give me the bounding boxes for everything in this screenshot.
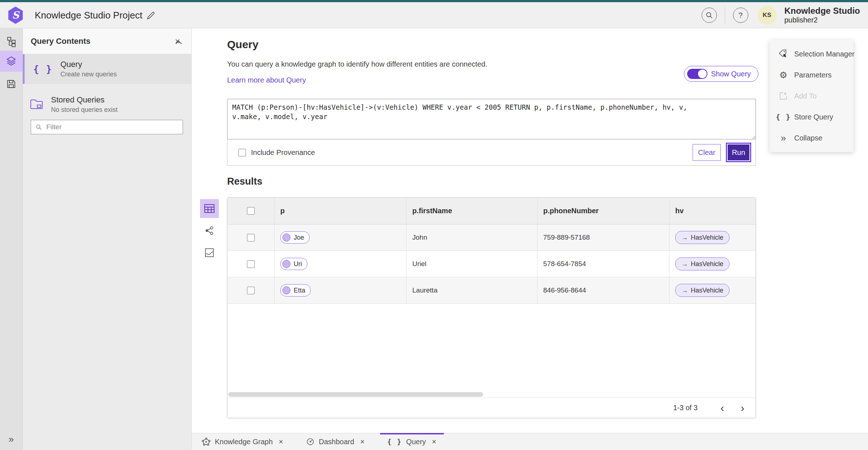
menu-item-label: Collapse bbox=[794, 134, 822, 142]
next-page-button[interactable]: › bbox=[735, 401, 750, 415]
user-avatar[interactable]: KS bbox=[758, 6, 776, 25]
edge-chip-label: HasVehicle bbox=[691, 234, 723, 241]
node-icon bbox=[282, 260, 290, 268]
show-query-toggle[interactable]: Show Query bbox=[684, 66, 758, 82]
stored-queries-section[interactable]: Stored Queries No stored queries exist bbox=[23, 90, 191, 119]
tab-query-active[interactable]: { } Query ✕ bbox=[380, 433, 444, 450]
svg-text:S: S bbox=[12, 9, 20, 21]
table-icon bbox=[204, 204, 215, 213]
search-button[interactable] bbox=[702, 8, 717, 23]
column-header-hv[interactable]: hv bbox=[669, 198, 756, 224]
previous-page-button[interactable]: ‹ bbox=[714, 401, 730, 415]
query-list-item[interactable]: { } Query Create new queries bbox=[23, 54, 191, 84]
graph-icon bbox=[204, 226, 214, 236]
table-empty-area bbox=[227, 304, 756, 392]
node-icon bbox=[282, 234, 290, 241]
edge-chip[interactable]: → HasVehicle bbox=[675, 231, 729, 244]
include-provenance-checkbox[interactable] bbox=[238, 149, 246, 156]
filter-box bbox=[31, 120, 183, 134]
row-checkbox[interactable] bbox=[247, 234, 255, 241]
table-row: Joe John 759-889-57168 → HasVehicle bbox=[227, 224, 756, 251]
select-all-checkbox[interactable] bbox=[247, 207, 255, 215]
run-button[interactable]: Run bbox=[726, 143, 751, 162]
arrow-right-icon: → bbox=[681, 287, 688, 294]
account-role: publisher2 bbox=[784, 16, 860, 24]
entity-chip[interactable]: Etta bbox=[280, 284, 311, 297]
learn-more-link[interactable]: Learn more about Query bbox=[227, 76, 306, 84]
panel-header: Query Contents ✕ bbox=[23, 28, 191, 54]
cell-firstname: Lauretta bbox=[407, 277, 537, 303]
save-button[interactable] bbox=[0, 73, 22, 94]
tab-dashboard[interactable]: Dashboard ✕ bbox=[299, 433, 372, 450]
menu-item-selection-manager[interactable]: Selection Manager bbox=[770, 43, 854, 64]
clear-button[interactable]: Clear bbox=[693, 144, 721, 161]
knowledge-studio-app: S Knowledge Studio Project ? KS Knowledg… bbox=[0, 0, 868, 450]
left-icon-rail: » bbox=[0, 28, 23, 450]
include-provenance-label: Include Provenance bbox=[251, 148, 315, 157]
layers-button-active[interactable] bbox=[0, 51, 22, 72]
dashboard-gauge-icon bbox=[306, 437, 315, 446]
cell-phonenumber: 759-889-57168 bbox=[537, 224, 669, 251]
column-header-phonenumber[interactable]: p.phoneNumber bbox=[537, 198, 669, 224]
close-tab-icon[interactable]: ✕ bbox=[360, 438, 365, 445]
panel-title: Query Contents bbox=[31, 37, 90, 46]
query-description: You can query a knowledge graph to ident… bbox=[227, 60, 487, 68]
close-tab-icon[interactable]: ✕ bbox=[278, 438, 283, 445]
floppy-disk-icon bbox=[6, 79, 16, 89]
query-item-label: Query bbox=[60, 60, 117, 69]
entity-chip[interactable]: Uri bbox=[280, 258, 307, 270]
double-chevron-icon: » bbox=[778, 133, 789, 143]
menu-item-label: Store Query bbox=[794, 113, 833, 121]
entity-chip-label: Joe bbox=[294, 234, 304, 241]
header-right-group: ? KS Knowledge Studio publisher2 bbox=[702, 2, 860, 28]
row-checkbox[interactable] bbox=[247, 260, 255, 268]
edge-chip-label: HasVehicle bbox=[691, 260, 723, 268]
menu-item-store-query[interactable]: { } Store Query bbox=[770, 106, 854, 127]
filter-input[interactable] bbox=[46, 123, 183, 131]
node-icon bbox=[282, 286, 290, 294]
graph-view-button[interactable] bbox=[200, 221, 219, 240]
tab-knowledge-graph[interactable]: Knowledge Graph ✕ bbox=[195, 433, 291, 450]
edge-chip[interactable]: → HasVehicle bbox=[675, 284, 729, 297]
query-editor[interactable]: MATCH (p:Person)-[hv:HasVehicle]->(v:Veh… bbox=[227, 99, 756, 139]
stored-queries-text: Stored Queries No stored queries exist bbox=[51, 95, 118, 114]
query-item-description: Create new queries bbox=[60, 71, 117, 78]
document-tab-bar: Knowledge Graph ✕ Dashboard ✕ { } bbox=[192, 433, 868, 450]
project-title: Knowledge Studio Project bbox=[35, 2, 142, 28]
map-view-button[interactable] bbox=[200, 243, 219, 262]
account-info: Knowledge Studio publisher2 bbox=[784, 6, 860, 24]
braces-icon: { } bbox=[33, 64, 52, 75]
account-name: Knowledge Studio bbox=[784, 6, 860, 16]
collapse-stored-queries-button[interactable] bbox=[175, 40, 183, 45]
table-row: Etta Lauretta 846-956-8644 → HasVehicle bbox=[227, 277, 756, 304]
column-header-firstname[interactable]: p.firstName bbox=[407, 198, 537, 224]
arrow-right-icon: → bbox=[681, 234, 688, 241]
row-checkbox[interactable] bbox=[247, 287, 255, 294]
add-to-icon bbox=[778, 91, 789, 101]
menu-item-label: Parameters bbox=[794, 71, 831, 79]
close-tab-icon[interactable]: ✕ bbox=[432, 438, 437, 445]
scrollbar-thumb[interactable] bbox=[228, 392, 483, 397]
column-header-p[interactable]: p bbox=[275, 198, 407, 224]
entity-chip-label: Uri bbox=[294, 260, 302, 268]
schema-tree-button[interactable] bbox=[0, 31, 22, 52]
edge-chip[interactable]: → HasVehicle bbox=[675, 257, 729, 270]
query-editor-box: MATCH (p:Person)-[hv:HasVehicle]->(v:Veh… bbox=[227, 99, 756, 139]
expand-rail-button[interactable]: » bbox=[0, 430, 22, 448]
main-content: Query You can query a knowledge graph to… bbox=[192, 28, 868, 450]
app-header: S Knowledge Studio Project ? KS Knowledg… bbox=[0, 2, 868, 28]
menu-item-collapse[interactable]: » Collapse bbox=[770, 127, 854, 148]
menu-item-label: Selection Manager bbox=[794, 50, 855, 58]
edit-project-title-button[interactable] bbox=[145, 9, 157, 22]
chevron-left-icon: ‹ bbox=[720, 402, 724, 414]
chevron-right-icon: › bbox=[741, 402, 744, 414]
entity-chip[interactable]: Joe bbox=[280, 231, 310, 244]
help-button[interactable]: ? bbox=[733, 8, 748, 23]
menu-item-add-to[interactable]: Add To bbox=[770, 85, 854, 106]
stored-queries-description: No stored queries exist bbox=[51, 106, 118, 114]
braces-icon: { } bbox=[387, 438, 402, 446]
menu-item-parameters[interactable]: ⚙ Parameters bbox=[770, 64, 854, 85]
table-view-button[interactable] bbox=[200, 199, 219, 218]
toggle-switch-on[interactable] bbox=[687, 69, 707, 79]
arrow-right-icon: → bbox=[681, 260, 688, 268]
